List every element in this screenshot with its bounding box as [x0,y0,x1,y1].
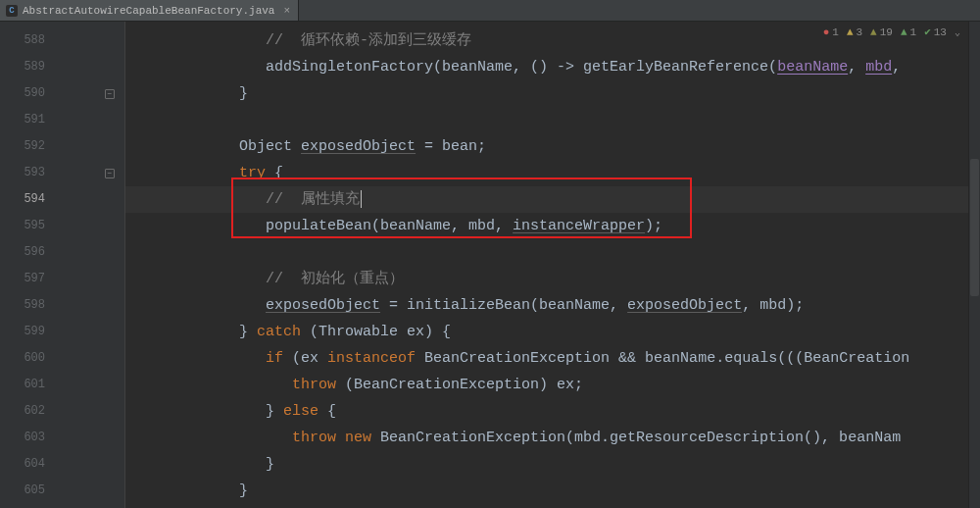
fold-toggle-icon[interactable]: − [105,89,115,99]
line-number: 591 [0,107,55,133]
line-number: 599 [0,319,55,345]
line-number: 595 [0,213,55,239]
scrollbar-thumb[interactable] [970,159,979,296]
java-class-icon: C [6,5,18,17]
text-caret [361,190,362,208]
line-number: 600 [0,345,55,372]
line-number: 590 [0,80,55,107]
line-number: 588 [0,27,55,54]
code-line: } [125,451,980,478]
line-number-current: 594 [0,186,55,213]
line-number: 589 [0,54,55,80]
close-icon[interactable]: × [283,5,290,17]
line-number: 597 [0,266,55,292]
gutter-icons: − − [55,22,125,508]
line-number: 601 [0,372,55,398]
editor-tabbar: C AbstractAutowireCapableBeanFactory.jav… [0,0,980,22]
file-tab-label: AbstractAutowireCapableBeanFactory.java [23,5,274,17]
line-number: 605 [0,478,55,504]
code-line [125,107,980,133]
line-number: 593 [0,160,55,186]
code-line: addSingletonFactory(beanName, () -> getE… [125,54,980,80]
code-line: throw new BeanCreationException(mbd.getR… [125,425,980,451]
code-line [125,239,980,266]
code-line: } [125,80,980,107]
line-number: 603 [0,425,55,451]
code-line: try { [125,160,980,186]
line-number: 592 [0,133,55,160]
editor-scrollbar[interactable] [968,22,980,508]
code-line: exposedObject = initializeBean(beanName,… [125,292,980,319]
line-number: 598 [0,292,55,319]
code-line: if (ex instanceof BeanCreationException … [125,345,980,372]
code-line: } catch (Throwable ex) { [125,319,980,345]
code-line: Object exposedObject = bean; [125,133,980,160]
line-number: 596 [0,239,55,266]
code-line: populateBean(beanName, mbd, instanceWrap… [125,213,980,239]
fold-toggle-icon[interactable]: − [105,169,115,178]
code-line: throw (BeanCreationException) ex; [125,372,980,398]
code-line: // 初始化（重点） [125,266,980,292]
code-line: } [125,478,980,504]
line-number: 604 [0,451,55,478]
code-line-current: // 属性填充 [125,186,980,213]
line-number-gutter: 588 589 590 591 592 593 594 595 596 597 … [0,22,55,508]
code-line: // 循环依赖-添加到三级缓存 [125,27,980,54]
code-line: } else { [125,398,980,425]
file-tab[interactable]: C AbstractAutowireCapableBeanFactory.jav… [0,0,299,21]
code-area[interactable]: // 循环依赖-添加到三级缓存 addSingletonFactory(bean… [125,22,980,508]
line-number: 602 [0,398,55,425]
code-editor[interactable]: 588 589 590 591 592 593 594 595 596 597 … [0,22,980,508]
